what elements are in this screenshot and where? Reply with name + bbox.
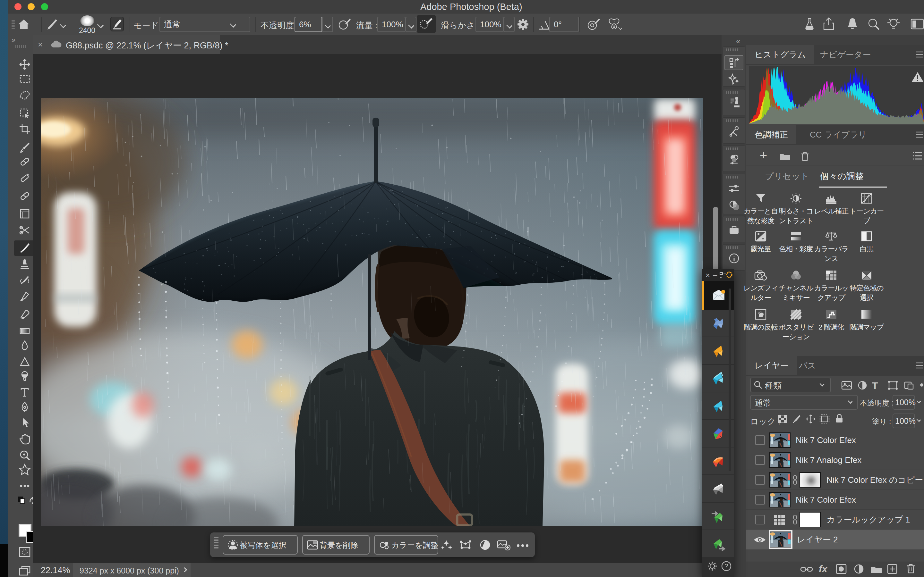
svg-text:?: ? <box>724 562 728 570</box>
